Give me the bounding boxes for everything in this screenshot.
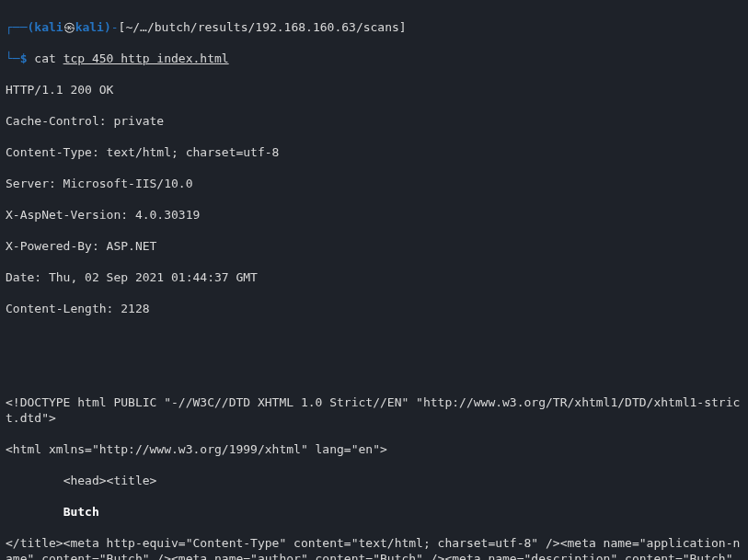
skull-icon: ㉿ <box>63 20 75 34</box>
prompt-path: /…/butch/results/192.168.160.63/scans <box>132 20 399 34</box>
doctype-line: <!DOCTYPE html PUBLIC "-//W3C//DTD XHTML… <box>6 394 742 426</box>
blank-line <box>6 363 742 379</box>
dash-icon: - <box>111 20 119 34</box>
head-title-open: <head><title> <box>6 473 742 488</box>
http-status: HTTP/1.1 200 OK <box>6 82 742 97</box>
rbracket-icon: ] <box>399 20 407 34</box>
server-header: Server: Microsoft-IIS/10.0 <box>6 176 742 191</box>
date-header: Date: Thu, 02 Sep 2021 01:44:37 GMT <box>6 269 742 285</box>
prompt-host: kali <box>75 20 104 34</box>
command-args: tcp 450 http index.html <box>63 51 229 65</box>
powered-by: X-Powered-By: ASP.NET <box>6 238 742 254</box>
corner-bottom-icon: └─ <box>6 51 20 65</box>
content-type: Content-Type: text/html; charset=utf-8 <box>6 144 742 160</box>
meta-block: </title><meta http-equiv="Content-Type" … <box>6 535 742 560</box>
cache-control: Cache-Control: private <box>6 113 742 129</box>
title-text: Butch <box>6 504 742 520</box>
corner-top-icon: ┌── <box>6 20 27 34</box>
html-open: <html xmlns="http://www.w3.org/1999/xhtm… <box>6 441 742 457</box>
command-name: cat <box>34 51 55 65</box>
rparen-icon: ) <box>104 20 111 34</box>
terminal-output: ┌──(kali㉿kali)-[~/…/butch/results/192.16… <box>0 0 748 560</box>
blank-line <box>6 332 742 348</box>
aspnet-version: X-AspNet-Version: 4.0.30319 <box>6 207 742 223</box>
content-length: Content-Length: 2128 <box>6 301 742 316</box>
prompt-line-1: ┌──(kali㉿kali)-[~/…/butch/results/192.16… <box>6 19 742 35</box>
prompt-user: kali <box>34 20 63 34</box>
prompt-line-2[interactable]: └─$ cat tcp 450 http index.html <box>6 51 742 66</box>
